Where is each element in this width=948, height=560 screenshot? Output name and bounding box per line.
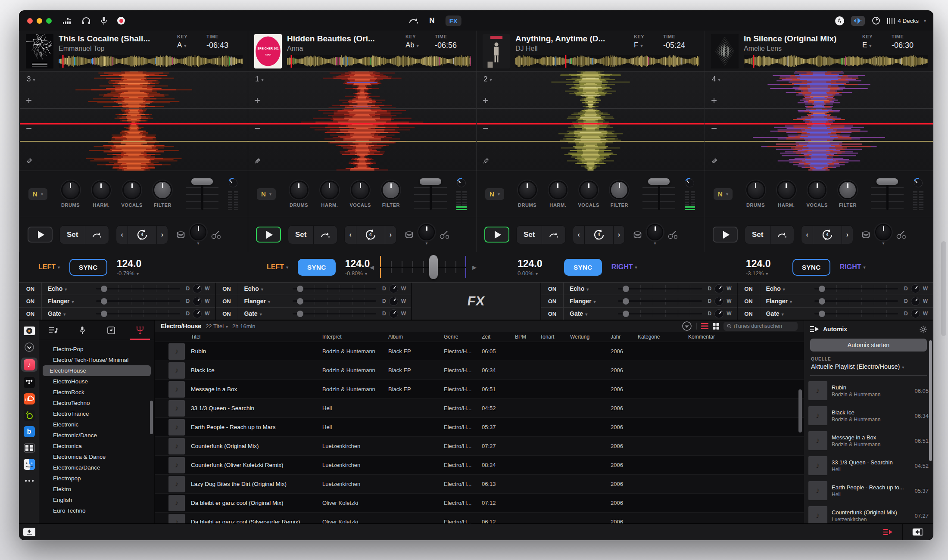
playlists-tab[interactable] xyxy=(39,320,68,340)
column-tonart[interactable]: Tonart xyxy=(540,334,570,340)
track-overview-waveform[interactable] xyxy=(287,55,471,68)
dry-wet-knob[interactable] xyxy=(911,309,920,318)
loop-button[interactable]: 4 xyxy=(813,226,842,244)
playlist-item[interactable]: Electro/House xyxy=(43,365,151,376)
playlist-item[interactable]: Electro/ Tech-House/ Minimal xyxy=(43,355,151,365)
grid-view-button[interactable] xyxy=(713,323,719,330)
crossfader-left-arrow[interactable]: ◀ xyxy=(370,264,374,271)
fx-effect-selector[interactable]: Flanger▾ xyxy=(564,298,615,305)
morph-chevron-icon[interactable]: ▾ xyxy=(654,241,656,246)
cue-set-button[interactable]: Set xyxy=(517,226,542,244)
fx-slider-handle[interactable] xyxy=(623,298,629,305)
fx-on-button[interactable]: ON xyxy=(738,308,760,320)
track-row[interactable]: ♪ Lazy Dog Bites the Dirt (Original Mix)… xyxy=(155,475,804,494)
dry-wet-knob[interactable] xyxy=(193,284,202,293)
mic-icon[interactable] xyxy=(101,17,107,25)
key-selector[interactable]: F▾ xyxy=(634,41,659,50)
drums-knob[interactable] xyxy=(746,180,765,199)
deck-waveform-panel[interactable]: 1▾ + − ✎ xyxy=(248,72,476,171)
neural-mix-button[interactable]: N▾ xyxy=(257,188,276,200)
deck-waveform-panel[interactable]: 3▾ + − ✎ xyxy=(19,72,248,171)
automix-queue-item[interactable]: ♪ Earth People - Reach up to... Hell 05:… xyxy=(808,478,929,503)
playlist-item[interactable]: ElectroHouse xyxy=(43,376,151,387)
column-kategorie[interactable]: Kategorie xyxy=(638,334,688,340)
gain-knob[interactable] xyxy=(228,177,239,189)
column-titel[interactable]: Titel xyxy=(191,334,322,340)
column-genre[interactable]: Genre xyxy=(444,334,482,340)
dry-wet-knob[interactable] xyxy=(714,309,723,318)
track-count[interactable]: 22 Titel▾ xyxy=(206,323,228,330)
tempo-value[interactable]: -3.12%▾ xyxy=(746,270,783,277)
column-interpret[interactable]: Interpret xyxy=(322,334,388,340)
volume-fader[interactable] xyxy=(411,176,450,212)
time-remaining[interactable]: -06:56 xyxy=(435,41,471,50)
apple-music-icon[interactable]: ♪ xyxy=(21,358,37,372)
volume-fader[interactable] xyxy=(867,176,907,212)
play-button[interactable] xyxy=(28,227,53,243)
fx-amount-slider[interactable] xyxy=(290,283,379,295)
bpm-value[interactable]: 124.0 xyxy=(117,258,154,270)
edit-beatgrid-icon[interactable]: ✎ xyxy=(254,157,261,166)
vocals-knob[interactable] xyxy=(808,180,826,199)
finder-icon[interactable] xyxy=(23,458,36,470)
play-button[interactable] xyxy=(713,227,738,243)
playlist-item[interactable]: ElectroTechno xyxy=(43,398,151,408)
waveform-view-button[interactable] xyxy=(851,16,865,26)
zoom-in-button[interactable]: + xyxy=(26,95,32,106)
gain-knob[interactable] xyxy=(913,177,924,189)
fx-amount-slider[interactable] xyxy=(615,283,705,295)
deck-waveform[interactable] xyxy=(248,72,476,171)
fx-amount-slider[interactable] xyxy=(290,295,379,307)
sync-button[interactable]: SYNC xyxy=(792,259,830,276)
loop-halve-button[interactable]: ‹ xyxy=(345,226,356,244)
deck-number-selector[interactable]: 4▾ xyxy=(712,75,720,84)
playlist-item[interactable]: Electro-Pop xyxy=(43,344,151,355)
fx-slider-handle[interactable] xyxy=(819,311,825,317)
column-album[interactable]: Album xyxy=(388,334,444,340)
dry-wet-knob[interactable] xyxy=(389,297,398,306)
drums-knob[interactable] xyxy=(61,180,80,199)
loop-double-button[interactable]: › xyxy=(842,226,853,244)
zoom-out-button[interactable]: − xyxy=(254,123,260,134)
playlist-item[interactable]: Electronica & Dance xyxy=(43,451,151,462)
automix-start-button[interactable]: Automix starten xyxy=(810,339,927,352)
deck-waveform[interactable] xyxy=(20,72,248,171)
fx-amount-slider[interactable] xyxy=(94,308,183,320)
time-remaining[interactable]: -06:43 xyxy=(206,41,243,50)
morph-knob[interactable] xyxy=(418,224,435,240)
bpm-value[interactable]: 124.0 xyxy=(518,258,555,270)
loop-double-button[interactable]: › xyxy=(613,226,624,244)
crossfader-right-arrow[interactable]: ▶ xyxy=(472,264,477,271)
fx-effect-selector[interactable]: Echo▾ xyxy=(760,285,812,292)
column-wertung[interactable]: Wertung xyxy=(570,334,611,340)
dry-wet-knob[interactable] xyxy=(714,284,723,293)
record-button[interactable] xyxy=(117,17,125,25)
fx-effect-selector[interactable]: Gate▾ xyxy=(238,310,290,317)
dry-wet-knob[interactable] xyxy=(911,284,920,293)
fx-on-button[interactable]: ON xyxy=(19,308,42,320)
fx-amount-slider[interactable] xyxy=(812,295,901,307)
fx-amount-slider[interactable] xyxy=(615,308,705,320)
albums-tab[interactable] xyxy=(97,320,126,340)
loop-button[interactable]: 4 xyxy=(584,226,613,244)
loop-halve-button[interactable]: ‹ xyxy=(801,226,812,244)
dry-wet-knob[interactable] xyxy=(389,284,398,293)
cue-set-button[interactable]: Set xyxy=(745,226,770,244)
fx-slider-handle[interactable] xyxy=(819,298,825,305)
cue-jump-button[interactable] xyxy=(542,226,565,244)
morph-knob[interactable] xyxy=(875,224,892,240)
automix-queue-item[interactable]: ♪ 33 1/3 Queen - Searchin Hell 04:52 xyxy=(808,453,929,478)
fx-effect-selector[interactable]: Echo▾ xyxy=(238,285,290,292)
headphones-icon[interactable] xyxy=(82,17,90,25)
deck-waveform-panel[interactable]: 4▾ + − ✎ xyxy=(705,72,933,171)
track-overview-waveform[interactable] xyxy=(59,55,243,68)
fx-on-button[interactable]: ON xyxy=(738,283,760,295)
crossfader-side-selector[interactable]: RIGHT▾ xyxy=(840,263,866,271)
edit-beatgrid-icon[interactable]: ✎ xyxy=(483,157,489,166)
drums-knob[interactable] xyxy=(518,180,537,199)
track-row[interactable]: ♪ Earth People - Reach up to Mars Hell E… xyxy=(155,418,804,437)
playlist-scrollbar[interactable] xyxy=(150,401,153,434)
zoom-out-button[interactable]: − xyxy=(711,123,717,134)
fx-amount-slider[interactable] xyxy=(812,283,901,295)
list-view-button[interactable] xyxy=(701,323,708,329)
